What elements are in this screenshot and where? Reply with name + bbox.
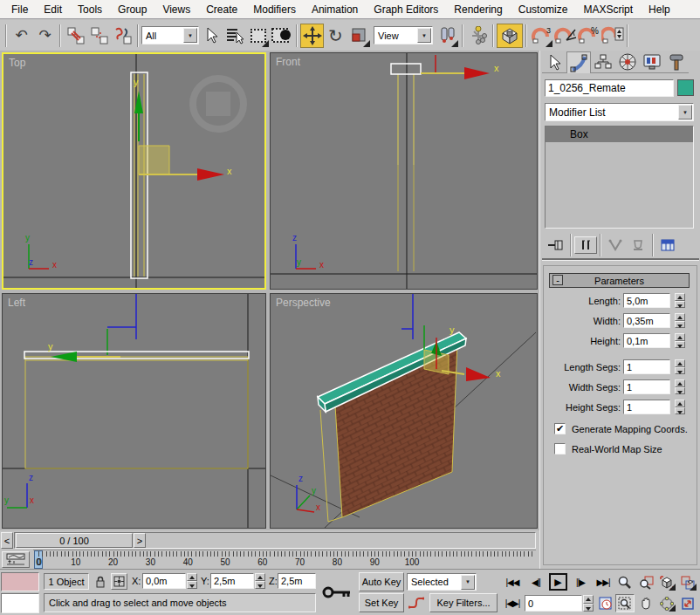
z-coord-field[interactable]: 2,5m (278, 573, 316, 589)
unlink-selection-button[interactable] (87, 24, 111, 48)
menu-graph-editors[interactable]: Graph Editors (366, 1, 446, 18)
spinner-snap-button[interactable] (600, 24, 624, 48)
set-key-button[interactable]: Set Key (359, 593, 404, 612)
select-and-scale-button[interactable] (347, 24, 371, 48)
zoom-all-button[interactable] (636, 573, 655, 591)
select-object-button[interactable] (199, 24, 223, 48)
menu-create[interactable]: Create (198, 1, 245, 18)
absolute-mode-button[interactable] (111, 573, 127, 590)
maxscript-listener-pane[interactable] (1, 593, 39, 613)
pan-button[interactable] (636, 594, 655, 612)
y-coord-field[interactable]: 2,5m (210, 573, 254, 589)
parameters-rollout-header[interactable]: - Parameters (549, 273, 690, 288)
viewport-front[interactable]: x z y x Front (270, 52, 538, 290)
tab-create[interactable] (542, 51, 566, 73)
object-name-field[interactable]: 1_0256_Remate (545, 79, 674, 97)
angle-snap-button[interactable] (553, 24, 577, 48)
viewport-front-label[interactable]: Front (276, 56, 300, 68)
go-to-start-button[interactable]: |◀◀ (503, 574, 522, 591)
width-segs-field[interactable]: 1 (623, 379, 670, 394)
use-center-button[interactable] (436, 24, 459, 48)
menu-group[interactable]: Group (110, 1, 154, 18)
menu-views[interactable]: Views (154, 1, 198, 18)
modifier-stack[interactable]: Box (545, 126, 694, 229)
snaps-toggle-button[interactable] (497, 24, 523, 48)
tab-motion[interactable] (615, 51, 640, 73)
y-coord-spinner[interactable] (255, 573, 265, 589)
key-filters-button[interactable]: Key Filters... (429, 593, 498, 612)
make-unique-button[interactable] (604, 236, 627, 254)
menu-help[interactable]: Help (641, 1, 678, 18)
menu-rendering[interactable]: Rendering (446, 1, 510, 18)
arc-rotate-button[interactable] (657, 594, 676, 612)
time-slider-next-button[interactable]: > (134, 533, 146, 548)
snap-3d-button[interactable]: 3 (530, 24, 553, 48)
zoom-extents-all-button[interactable] (678, 573, 697, 591)
selection-set-dropdown[interactable]: Selected ▼ (407, 573, 477, 591)
select-and-move-button[interactable] (300, 24, 324, 48)
menu-animation[interactable]: Animation (304, 1, 366, 18)
x-coord-field[interactable]: 0,0m (142, 573, 186, 589)
dropdown-arrow-icon[interactable]: ▼ (417, 28, 431, 43)
undo-button[interactable]: ↶ (10, 24, 33, 48)
top-viewport-canvas[interactable]: x y y z x (3, 54, 264, 288)
key-mode-toggle[interactable]: |◀▶| (503, 595, 522, 612)
height-spinner[interactable] (675, 333, 685, 348)
tab-display[interactable] (640, 51, 664, 73)
dropdown-arrow-icon[interactable]: ▼ (183, 28, 197, 43)
object-color-swatch[interactable] (677, 79, 694, 96)
maximize-viewport-toggle[interactable] (678, 594, 697, 612)
play-button[interactable]: ▶ (549, 573, 567, 591)
previous-frame-button[interactable]: ◀|| (526, 574, 546, 591)
ruler[interactable]: 0 0102030405060708090100 (33, 550, 536, 569)
configure-modifier-sets-button[interactable] (656, 236, 679, 254)
selection-region-button[interactable] (246, 24, 270, 48)
redo-button[interactable]: ↷ (33, 24, 57, 48)
modifier-list-dropdown[interactable]: Modifier List ▼ (545, 103, 694, 121)
select-by-name-button[interactable] (223, 24, 246, 48)
x-coord-spinner[interactable] (187, 573, 197, 589)
height-segs-spinner[interactable] (675, 400, 685, 414)
menu-customize[interactable]: Customize (511, 1, 576, 18)
set-keys-button[interactable] (318, 571, 356, 612)
generate-mapping-checkbox[interactable]: ✔ (554, 423, 566, 434)
auto-key-button[interactable]: Auto Key (359, 572, 404, 591)
maxscript-macro-pane[interactable] (1, 572, 39, 591)
pin-stack-button[interactable] (545, 236, 567, 254)
viewport-left[interactable]: y z y x Left (2, 293, 266, 529)
current-frame-field[interactable]: 0 (525, 595, 582, 612)
zoom-extents-button[interactable] (657, 573, 676, 591)
next-frame-button[interactable]: ||▶ (571, 574, 590, 591)
selection-filter-dropdown[interactable]: All ▼ (141, 26, 199, 44)
time-configuration-button[interactable] (597, 595, 614, 612)
length-segs-spinner[interactable] (675, 359, 685, 374)
go-to-end-button[interactable]: ▶▶| (594, 574, 613, 591)
width-field[interactable]: 0,35m (623, 313, 670, 328)
length-segs-field[interactable]: 1 (623, 359, 670, 374)
tab-hierarchy[interactable] (591, 51, 615, 73)
rollout-collapse-button[interactable]: - (552, 275, 563, 285)
window-crossing-button[interactable] (270, 24, 293, 48)
frame-spinner[interactable] (583, 595, 594, 612)
percent-snap-button[interactable]: % (577, 24, 600, 48)
menu-tools[interactable]: Tools (70, 1, 110, 18)
time-slider-thumb[interactable]: 0 / 100 (16, 533, 133, 548)
viewport-top-label[interactable]: Top (9, 57, 25, 69)
dropdown-arrow-icon[interactable]: ▼ (678, 105, 692, 120)
viewport-left-label[interactable]: Left (8, 297, 25, 309)
modifier-stack-item-box[interactable]: Box (546, 126, 693, 142)
default-tangent-button[interactable] (407, 593, 426, 612)
selection-lock-button[interactable] (93, 573, 108, 590)
menu-edit[interactable]: Edit (36, 1, 70, 18)
height-segs-field[interactable]: 1 (623, 400, 670, 414)
select-and-link-button[interactable] (64, 24, 87, 48)
reference-coord-dropdown[interactable]: View ▼ (374, 26, 433, 44)
remove-modifier-button[interactable] (627, 236, 649, 254)
viewport-perspective-label[interactable]: Perspective (276, 297, 331, 309)
width-spinner[interactable] (675, 313, 685, 328)
viewport-top[interactable]: x y y z x Top (2, 52, 266, 290)
region-zoom-button[interactable] (615, 594, 635, 612)
real-world-map-checkbox[interactable] (554, 443, 566, 454)
width-segs-spinner[interactable] (675, 379, 685, 394)
menu-maxscript[interactable]: MAXScript (575, 1, 641, 18)
